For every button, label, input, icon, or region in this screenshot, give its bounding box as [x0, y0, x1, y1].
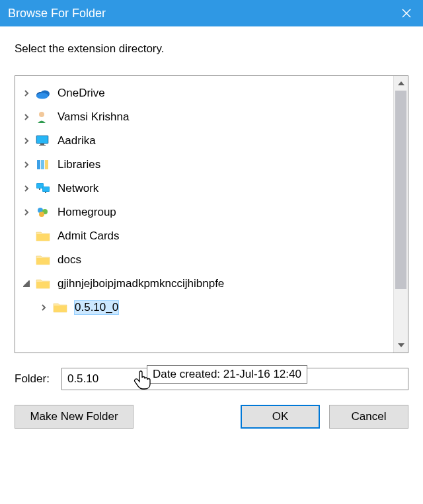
svg-rect-18	[45, 192, 46, 193]
svg-marker-23	[398, 81, 404, 85]
tree-item[interactable]: docs	[18, 248, 391, 272]
svg-rect-9	[39, 145, 46, 146]
close-button[interactable]	[390, 0, 423, 26]
titlebar: Browse For Folder	[0, 0, 423, 26]
tree-item[interactable]: Libraries	[18, 153, 391, 177]
tree-item[interactable]: Vamsi Krishna	[18, 105, 391, 129]
instruction-text: Select the extension directory.	[15, 42, 408, 56]
close-icon	[401, 8, 412, 19]
vertical-scrollbar[interactable]	[393, 76, 408, 353]
folder-tree[interactable]: OneDrive Vamsi Krishna Aadrika Libraries…	[15, 76, 393, 325]
tree-item[interactable]: OneDrive	[18, 81, 391, 105]
user-icon	[34, 108, 52, 126]
svg-rect-12	[45, 160, 48, 169]
folder-icon	[34, 228, 52, 245]
tree-item-label: Libraries	[58, 158, 100, 171]
svg-point-21	[39, 212, 44, 217]
svg-marker-22	[24, 281, 29, 286]
network-icon	[34, 180, 52, 197]
tree-item-label: Admit Cards	[58, 230, 120, 243]
folder-icon	[51, 299, 69, 316]
tree-item[interactable]: Aadrika	[18, 129, 391, 153]
cancel-button[interactable]: Cancel	[329, 405, 408, 429]
scroll-up-arrow[interactable]	[394, 76, 408, 91]
svg-rect-17	[39, 189, 40, 190]
tree-item-label: 0.5.10_0	[75, 301, 118, 314]
svg-marker-24	[398, 343, 404, 347]
expander-icon[interactable]	[20, 159, 32, 171]
scroll-down-arrow[interactable]	[394, 338, 408, 353]
expander-icon[interactable]	[20, 135, 32, 147]
svg-rect-11	[41, 160, 44, 169]
svg-rect-8	[40, 144, 44, 145]
svg-rect-16	[43, 187, 49, 191]
tree-item-label: OneDrive	[58, 87, 105, 100]
tree-item-label: Homegroup	[58, 206, 116, 219]
folder-row: Folder: Date created: 21-Jul-16 12:40	[15, 368, 408, 390]
tree-item[interactable]: Network	[18, 177, 391, 200]
onedrive-icon	[34, 85, 52, 102]
tree-item-label: Network	[58, 182, 98, 195]
libraries-icon	[34, 156, 52, 173]
monitor-icon	[34, 132, 52, 149]
tooltip: Date created: 21-Jul-16 12:40	[147, 365, 307, 384]
tree-item-label: Aadrika	[58, 134, 96, 147]
expander-icon[interactable]	[20, 206, 32, 218]
folder-icon	[34, 251, 52, 269]
svg-rect-10	[37, 160, 40, 169]
expander-icon[interactable]	[38, 302, 50, 314]
expander-icon[interactable]	[20, 278, 32, 290]
folder-icon	[34, 275, 52, 292]
tree-item[interactable]: Admit Cards	[18, 224, 391, 248]
scroll-thumb[interactable]	[395, 91, 406, 289]
expander-icon[interactable]	[20, 111, 32, 123]
homegroup-icon	[34, 204, 52, 221]
expander-icon[interactable]	[20, 183, 32, 194]
button-row: Make New Folder OK Cancel	[15, 405, 408, 429]
expander-icon[interactable]	[20, 87, 32, 99]
svg-rect-7	[37, 136, 48, 143]
tree-item[interactable]: 0.5.10_0	[18, 296, 391, 319]
tree-item-label: Vamsi Krishna	[58, 110, 129, 124]
svg-rect-14	[37, 184, 43, 188]
tree-item[interactable]: Homegroup	[18, 200, 391, 224]
ok-button[interactable]: OK	[241, 405, 320, 429]
folder-label: Folder:	[15, 372, 50, 386]
tree-item-label: docs	[58, 253, 81, 267]
svg-point-5	[39, 112, 44, 117]
window-title: Browse For Folder	[8, 7, 106, 21]
tree-item[interactable]: gjihnjejboipjmadkpmknccijhibnpfe	[18, 272, 391, 296]
make-new-folder-button[interactable]: Make New Folder	[15, 405, 134, 429]
folder-tree-container: OneDrive Vamsi Krishna Aadrika Libraries…	[15, 75, 408, 353]
svg-point-4	[36, 93, 48, 99]
tree-item-label: gjihnjejboipjmadkpmknccijhibnpfe	[58, 277, 224, 290]
